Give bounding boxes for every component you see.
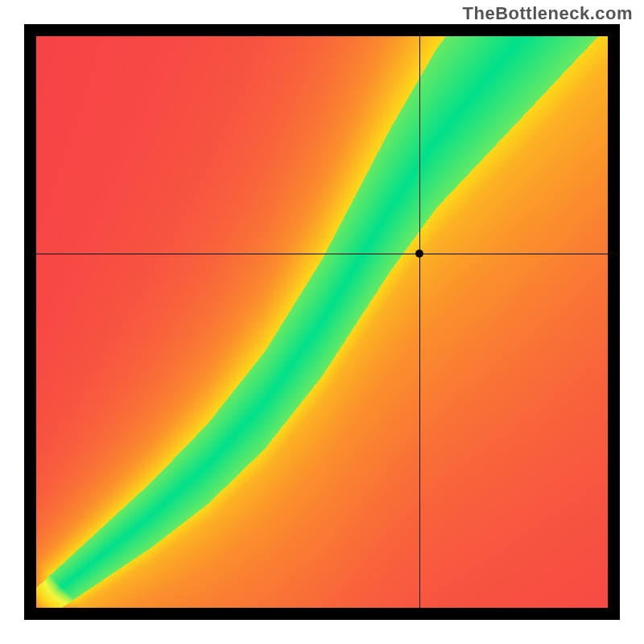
marker-dot: [415, 250, 423, 258]
crosshair-horizontal: [36, 254, 608, 254]
watermark-text: TheBottleneck.com: [463, 3, 633, 24]
crosshair-vertical: [419, 36, 420, 608]
bottleneck-heatmap: [36, 36, 608, 608]
chart-frame: [24, 24, 620, 620]
